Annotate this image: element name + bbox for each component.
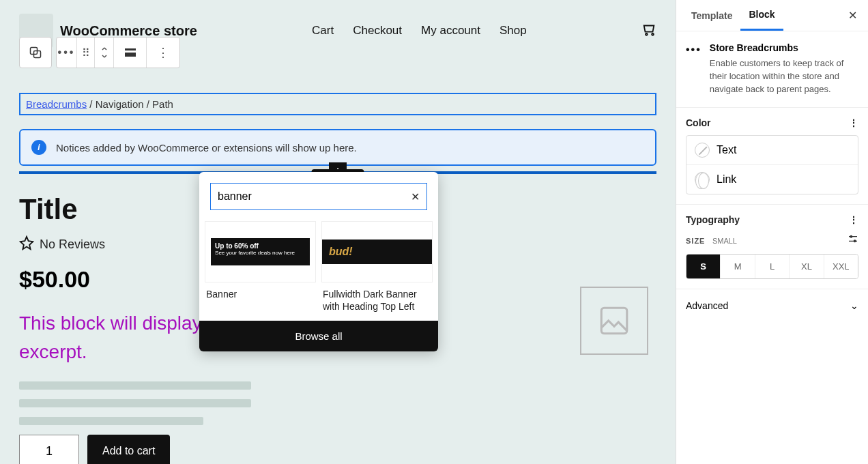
- block-toolbar: [19, 37, 52, 68]
- block-result-label: Fullwidth Dark Banner with Heading Top L…: [321, 282, 433, 313]
- align-icon[interactable]: [114, 38, 147, 68]
- size-s-button[interactable]: S: [686, 255, 721, 278]
- color-text-label: Text: [717, 144, 736, 156]
- image-placeholder-icon[interactable]: [580, 287, 648, 355]
- tab-template[interactable]: Template: [683, 0, 740, 31]
- breadcrumbs-block[interactable]: Breadcrumbs / Navigation / Path: [19, 93, 656, 115]
- svg-point-0: [646, 33, 648, 35]
- nav-shop[interactable]: Shop: [500, 24, 527, 38]
- skeleton-placeholder: [19, 381, 656, 425]
- chevron-down-icon: ⌄: [850, 300, 858, 311]
- browse-all-button[interactable]: Browse all: [199, 321, 438, 351]
- typography-heading: Typography: [686, 214, 740, 225]
- color-link-label: Link: [717, 173, 736, 186]
- nav-account[interactable]: My account: [421, 24, 480, 38]
- size-m-button[interactable]: M: [721, 255, 755, 278]
- size-l-button[interactable]: L: [755, 255, 790, 278]
- editor-canvas: WooCommerce store Cart Checkout My accou…: [0, 0, 676, 464]
- advanced-panel-toggle[interactable]: Advanced ⌄: [676, 289, 868, 322]
- header-nav: Cart Checkout My account Shop: [312, 24, 527, 38]
- nav-checkout[interactable]: Checkout: [353, 24, 402, 38]
- settings-sidebar: Template Block ✕ ••• Store Breadcrumbs E…: [676, 0, 868, 464]
- notice-text: Notices added by WooCommerce or extensio…: [56, 142, 357, 154]
- close-sidebar-icon[interactable]: ✕: [844, 5, 861, 26]
- notice-block[interactable]: i Notices added by WooCommerce or extens…: [19, 129, 656, 166]
- svg-point-1: [652, 33, 654, 35]
- block-info-title: Store Breadcrumbs: [710, 42, 858, 53]
- color-panel: Color ⋮ Text Link: [676, 107, 868, 204]
- size-xxl-button[interactable]: XXL: [824, 255, 858, 278]
- breadcrumbs-block-icon: •••: [686, 42, 701, 96]
- breadcrumb-link: Breadcrumbs: [26, 98, 87, 110]
- star-icon: [19, 235, 34, 254]
- cart-icon[interactable]: [641, 22, 656, 40]
- tab-block[interactable]: Block: [740, 0, 783, 31]
- move-icon[interactable]: ⠿: [77, 38, 95, 68]
- color-swatch-text: [695, 143, 710, 158]
- more-icon[interactable]: ⋮: [147, 38, 179, 68]
- block-result-fullwidth-banner[interactable]: bud! Fullwidth Dark Banner with Heading …: [321, 221, 433, 313]
- svg-point-7: [850, 235, 852, 237]
- svg-rect-6: [601, 308, 627, 334]
- color-text-row[interactable]: Text: [686, 136, 858, 165]
- color-heading: Color: [686, 117, 711, 128]
- move-updown-icon[interactable]: [95, 38, 114, 68]
- typography-panel: Typography ⋮ SIZE SMALL S M L XL XXL: [676, 204, 868, 289]
- block-info-desc: Enable customers to keep track of their …: [710, 57, 858, 96]
- block-search-input[interactable]: [218, 190, 411, 203]
- size-xl-button[interactable]: XL: [790, 255, 824, 278]
- block-search-row: ✕: [210, 183, 427, 210]
- block-thumb-2: bud!: [321, 221, 433, 282]
- drag-handle-icon[interactable]: •••: [57, 38, 77, 68]
- nav-cart[interactable]: Cart: [312, 24, 334, 38]
- clear-search-icon[interactable]: ✕: [411, 190, 420, 203]
- block-inserter-popover: ✕ Up to 60% off See your favorite deals …: [199, 172, 438, 351]
- add-to-cart-row: Add to cart: [19, 435, 656, 464]
- info-icon: i: [31, 140, 46, 155]
- typography-more-icon[interactable]: ⋮: [849, 214, 858, 225]
- block-result-banner[interactable]: Up to 60% off See your favorite deals no…: [205, 221, 316, 313]
- svg-point-8: [854, 240, 856, 242]
- color-link-row[interactable]: Link: [686, 165, 858, 194]
- sidebar-tabs: Template Block ✕: [676, 0, 868, 31]
- size-buttons: S M L XL XXL: [686, 254, 858, 279]
- breadcrumb-rest: / Navigation / Path: [87, 98, 173, 110]
- block-toolbar-group: ••• ⠿ ⋮: [56, 37, 180, 68]
- advanced-label: Advanced: [686, 300, 728, 311]
- size-label: SIZE: [686, 237, 705, 245]
- block-info-panel: ••• Store Breadcrumbs Enable customers t…: [676, 31, 868, 107]
- svg-rect-4: [125, 48, 136, 50]
- quantity-input[interactable]: [19, 435, 79, 464]
- size-custom-icon[interactable]: [848, 233, 858, 247]
- color-panel-more-icon[interactable]: ⋮: [849, 117, 858, 128]
- block-type-icon[interactable]: [20, 38, 51, 68]
- svg-rect-5: [125, 53, 136, 57]
- size-value: SMALL: [712, 237, 737, 245]
- block-result-label: Banner: [205, 282, 316, 300]
- reviews-text: No Reviews: [40, 237, 105, 252]
- block-thumb-1: Up to 60% off See your favorite deals no…: [205, 221, 316, 282]
- add-to-cart-button[interactable]: Add to cart: [87, 435, 170, 464]
- color-swatch-link: [695, 172, 710, 187]
